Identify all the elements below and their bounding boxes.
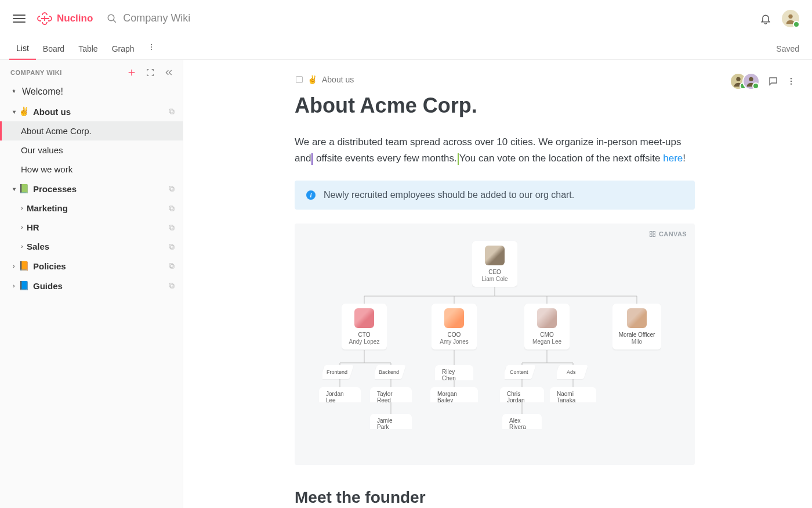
tab-board[interactable]: Board [36,44,71,59]
org-dept-content[interactable]: Content [505,365,536,379]
svg-line-1 [114,20,117,23]
search-placeholder: Company Wiki [123,12,190,24]
svg-point-4 [150,46,151,48]
workspace-title: COMPANY WIKI [10,69,62,76]
svg-rect-21 [169,283,173,287]
sidebar-item-how-we-work[interactable]: How we work [0,160,183,179]
svg-point-23 [749,77,753,81]
page-title[interactable]: About Acme Corp. [295,93,786,118]
sidebar: COMPANY WIKI Welcome! ▾ ✌️ About us Abou… [0,60,183,508]
org-dept-frontend[interactable]: Frontend [322,365,354,379]
org-person[interactable]: Jordan Lee [319,387,361,402]
svg-rect-13 [169,206,173,209]
svg-rect-27 [650,232,652,234]
chevron-right-icon: › [19,205,26,211]
copy-icon[interactable] [168,185,176,193]
copy-icon[interactable] [168,282,176,290]
svg-rect-19 [169,264,173,267]
svg-rect-14 [171,226,174,229]
tabs-more-icon[interactable] [142,43,161,59]
org-person[interactable]: Morgan Bailey [430,387,478,402]
remote-cursor-icon [458,153,459,165]
svg-point-25 [791,81,792,82]
canvas-badge: CANVAS [649,230,687,237]
tab-list[interactable]: List [9,44,36,60]
sidebar-item-policies[interactable]: › 📙 Policies [0,256,183,276]
menu-icon[interactable] [13,12,26,25]
copy-icon[interactable] [168,204,176,212]
bell-icon[interactable] [760,13,771,24]
heading-meet-founder[interactable]: Meet the founder [295,488,786,507]
sidebar-item-marketing[interactable]: ›Marketing [0,199,183,218]
org-person[interactable]: Taylor Reed [370,387,412,402]
org-person[interactable]: Chris Jordan [500,387,544,402]
intro-paragraph[interactable]: We are a distributed team spread across … [295,134,695,167]
svg-rect-12 [171,207,174,210]
svg-rect-11 [169,186,173,190]
page-type-icon [296,76,303,83]
svg-rect-15 [169,225,173,228]
org-node-morale[interactable]: Morale OfficerMilo [612,304,661,350]
copy-icon[interactable] [168,107,176,116]
svg-point-0 [108,15,115,21]
org-node-cmo[interactable]: CMOMegan Lee [524,304,570,350]
svg-rect-17 [169,244,173,247]
copy-icon[interactable] [168,262,176,270]
plus-icon[interactable] [127,68,136,77]
sidebar-item-about[interactable]: ▾ ✌️ About us [0,102,183,121]
org-person[interactable]: Alex Rivera [502,414,542,429]
expand-icon[interactable] [146,68,155,77]
org-node-cto[interactable]: CTOAndy Lopez [342,304,387,350]
info-text: Newly recruited employees should be adde… [324,190,574,200]
chevron-right-icon: › [10,263,17,269]
org-chart-canvas[interactable]: CANVAS [295,224,695,465]
svg-rect-10 [171,188,174,191]
search-input[interactable]: Company Wiki [107,12,760,24]
chevron-down-icon: ▾ [10,186,17,192]
info-callout: i Newly recruited employees should be ad… [295,181,695,210]
sidebar-item-our-values[interactable]: Our values [0,140,183,160]
tab-table[interactable]: Table [71,44,104,59]
org-dept-ads[interactable]: Ads [557,365,588,379]
collapse-icon[interactable] [164,68,173,77]
offsite-link[interactable]: here [663,153,683,164]
sidebar-item-guides[interactable]: › 📘 Guides [0,276,183,296]
sidebar-item-hr[interactable]: ›HR [0,218,183,237]
presence-avatar[interactable] [742,73,760,90]
saved-status: Saved [776,44,799,53]
presence-avatars[interactable] [730,73,760,90]
breadcrumb[interactable]: ✌️ About us [296,75,786,84]
org-person[interactable]: Jamie Park [370,414,412,429]
org-node-coo[interactable]: COOAmy Jones [432,304,477,350]
svg-rect-20 [171,284,174,288]
tab-graph[interactable]: Graph [105,44,142,59]
svg-rect-29 [650,235,652,237]
info-icon: i [306,190,316,200]
more-icon[interactable] [786,77,796,86]
svg-rect-18 [171,265,174,268]
brand-logo[interactable]: Nuclino [37,12,93,25]
svg-point-5 [150,49,151,50]
avatar[interactable] [782,10,799,27]
org-person[interactable]: Naomi Tanaka [550,387,596,402]
sidebar-item-sales[interactable]: ›Sales [0,237,183,256]
comment-icon[interactable] [768,76,778,87]
org-dept-backend[interactable]: Backend [375,365,406,379]
pin-icon [10,88,17,96]
copy-icon[interactable] [168,224,176,232]
svg-point-22 [736,77,740,81]
brand-text: Nuclino [57,13,93,24]
chevron-right-icon: › [10,283,17,289]
org-person[interactable]: Riley Chen [435,365,473,380]
chevron-right-icon: › [19,224,26,230]
svg-point-26 [791,83,792,84]
svg-rect-8 [171,110,174,114]
svg-rect-16 [171,245,174,248]
svg-point-24 [791,78,792,79]
org-node-ceo[interactable]: CEOLiam Cole [472,241,517,287]
copy-icon[interactable] [168,243,176,251]
sidebar-item-welcome[interactable]: Welcome! [0,82,183,102]
sidebar-item-processes[interactable]: ▾ 📗 Processes [0,179,183,199]
svg-point-2 [788,14,792,18]
sidebar-item-about-acme[interactable]: About Acme Corp. [0,121,183,140]
